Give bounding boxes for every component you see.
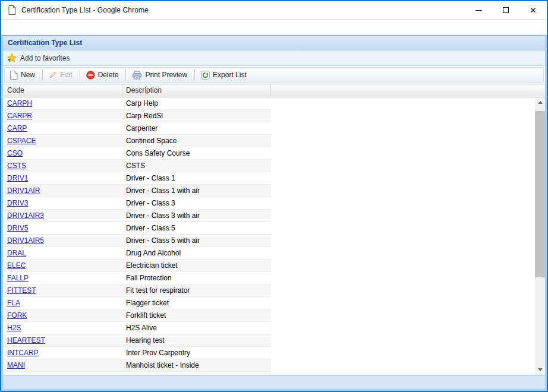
maximize-button[interactable]	[492, 1, 519, 19]
scroll-down-button[interactable]	[535, 365, 545, 375]
toolbar-container: New Edit Delete	[3, 66, 545, 84]
table-row[interactable]: DRAL Drug And Alcohol	[3, 247, 271, 260]
code-cell: FLA	[3, 297, 122, 309]
edit-button-label: Edit	[60, 71, 73, 79]
table-row[interactable]: H2S H2S Alive	[3, 322, 271, 334]
export-list-button-label: Export List	[213, 71, 247, 79]
code-cell: HEARTEST	[3, 334, 122, 346]
code-link[interactable]: FALLP	[7, 274, 29, 282]
code-cell: MANI	[3, 359, 122, 371]
favorites-star-icon	[7, 53, 17, 62]
code-link[interactable]: INTCARP	[7, 349, 39, 357]
code-link[interactable]: DRIV1AIR5	[7, 236, 44, 245]
code-link[interactable]: ELEC	[7, 261, 26, 270]
table-row[interactable]: DRIV3 Driver - Class 3	[3, 197, 271, 210]
table-row[interactable]: MANI Manhoist ticket - Inside	[3, 359, 271, 372]
code-cell: DRIV5	[3, 222, 122, 234]
add-to-favorites-label: Add to favorites	[20, 54, 70, 62]
code-link[interactable]: DRIV1AIR	[7, 186, 40, 195]
code-link[interactable]: FLA	[7, 299, 20, 307]
table-row[interactable]: CSPACE Confined Space	[3, 135, 271, 147]
minimize-button[interactable]	[465, 1, 492, 19]
code-link[interactable]: CARPH	[7, 99, 32, 108]
table-row[interactable]: CSTS CSTS	[3, 160, 271, 172]
print-preview-button[interactable]: Print Preview	[129, 69, 191, 81]
description-cell: Hearing test	[122, 334, 271, 346]
print-preview-icon	[132, 71, 142, 80]
browser-strip	[1, 20, 547, 35]
code-link[interactable]: DRIV1	[7, 174, 28, 182]
code-link[interactable]: CSTS	[7, 162, 26, 170]
add-to-favorites-link[interactable]: Add to favorites	[7, 53, 70, 62]
code-link[interactable]: DRIV5	[7, 224, 28, 232]
table-row[interactable]: FALLP Fall Protection	[3, 272, 271, 284]
column-header-description[interactable]: Description	[122, 84, 271, 97]
table-row[interactable]: HEARTEST Hearing test	[3, 334, 271, 347]
code-cell: H2S	[3, 322, 122, 334]
scroll-up-icon	[538, 101, 543, 104]
page-title: Certification Type List	[8, 39, 82, 47]
description-cell: Inter Prov Carpentry	[122, 347, 271, 359]
table-row[interactable]: CSO Cons Safety Course	[3, 147, 271, 160]
table-row[interactable]: DRIV1AIR Driver - Class 1 with air	[3, 185, 271, 197]
new-button[interactable]: New	[7, 69, 39, 81]
grid-body-rows: CARPH Carp Help CARPR Carp RedSl CARP Ca…	[3, 97, 271, 372]
page-footer	[3, 375, 545, 389]
table-row[interactable]: FORK Forklift ticket	[3, 309, 271, 322]
code-link[interactable]: FORK	[7, 311, 27, 320]
description-cell: Fall Protection	[122, 272, 271, 284]
code-link[interactable]: CARPR	[7, 112, 32, 120]
code-link[interactable]: DRIV3	[7, 199, 28, 207]
table-row[interactable]: FLA Flagger ticket	[3, 297, 271, 309]
description-cell: Forklift ticket	[122, 309, 271, 321]
description-cell: Carp RedSl	[122, 110, 271, 122]
delete-icon	[86, 71, 95, 80]
code-link[interactable]: DRIV1AIR3	[7, 211, 44, 220]
table-row[interactable]: FITTEST Fit test for respirator	[3, 284, 271, 297]
code-cell: CARPH	[3, 97, 122, 109]
code-link[interactable]: DRAL	[7, 249, 26, 257]
table-row[interactable]: CARPR Carp RedSl	[3, 110, 271, 122]
title-bar: Certification Type List - Google Chrome …	[1, 1, 547, 20]
code-cell: ELEC	[3, 260, 122, 271]
table-row[interactable]: CARP Carpenter	[3, 122, 271, 135]
code-cell: FORK	[3, 309, 122, 321]
export-list-button[interactable]: Export List	[198, 69, 251, 81]
code-cell: DRIV1AIR3	[3, 210, 122, 222]
code-link[interactable]: MANI	[7, 361, 25, 369]
table-row[interactable]: INTCARP Inter Prov Carpentry	[3, 347, 271, 359]
scrollbar-thumb[interactable]	[535, 111, 545, 277]
code-cell: DRAL	[3, 247, 122, 259]
description-cell: Driver - Class 3 with air	[122, 210, 271, 222]
table-row[interactable]: DRIV1AIR5 Driver - Class 5 with air	[3, 235, 271, 247]
column-header-code[interactable]: Code	[3, 84, 122, 97]
description-cell: Carp Help	[122, 97, 271, 109]
delete-button[interactable]: Delete	[83, 69, 123, 81]
code-link[interactable]: CSPACE	[7, 137, 36, 145]
code-cell: CSPACE	[3, 135, 122, 147]
table-row[interactable]: DRIV5 Driver - Class 5	[3, 222, 271, 235]
table-row[interactable]: DRIV1 Driver - Class 1	[3, 172, 271, 185]
scroll-up-button[interactable]	[535, 97, 545, 108]
code-cell: DRIV3	[3, 197, 122, 209]
description-cell: Fit test for respirator	[122, 284, 271, 296]
edit-button[interactable]: Edit	[46, 69, 77, 80]
description-cell: Flagger ticket	[122, 297, 271, 309]
code-link[interactable]: H2S	[7, 324, 21, 332]
chrome-popup-window: Certification Type List - Google Chrome …	[0, 0, 548, 392]
description-cell: Driver - Class 5	[122, 222, 271, 234]
favorites-bar: Add to favorites	[3, 50, 545, 66]
code-cell: CSTS	[3, 160, 122, 172]
toolbar-separator	[125, 69, 126, 80]
vertical-scrollbar[interactable]	[535, 97, 545, 375]
code-link[interactable]: HEARTEST	[7, 336, 45, 344]
close-button[interactable]: ✕	[519, 1, 547, 19]
code-link[interactable]: CSO	[7, 149, 23, 157]
code-link[interactable]: FITTEST	[7, 286, 36, 295]
table-row[interactable]: CARPH Carp Help	[3, 97, 271, 110]
export-list-icon	[201, 71, 210, 80]
code-cell: DRIV1AIR	[3, 185, 122, 197]
table-row[interactable]: ELEC Electrician ticket	[3, 260, 271, 272]
code-link[interactable]: CARP	[7, 124, 27, 132]
table-row[interactable]: DRIV1AIR3 Driver - Class 3 with air	[3, 210, 271, 222]
